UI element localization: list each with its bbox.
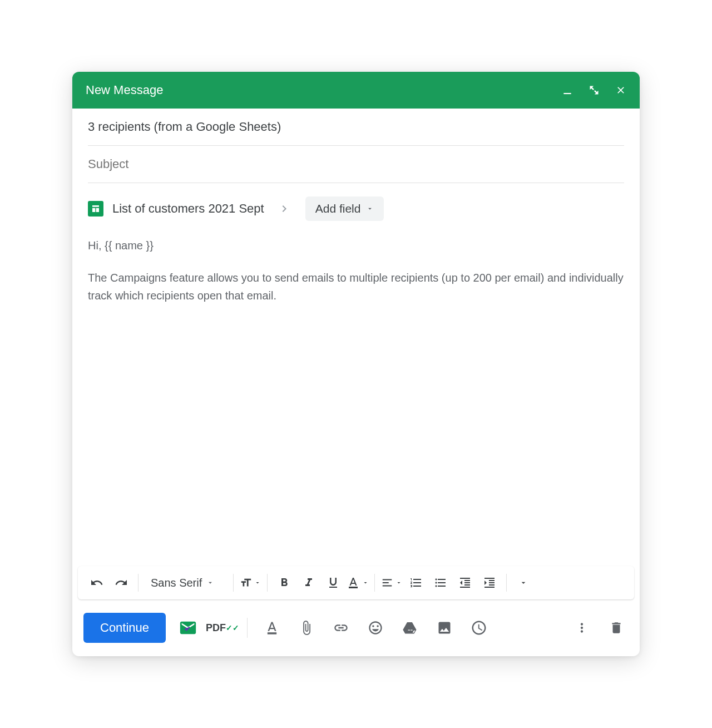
italic-button[interactable] — [298, 572, 320, 594]
bold-button[interactable] — [273, 572, 295, 594]
font-family-label: Sans Serif — [151, 577, 202, 589]
insert-drive-icon[interactable] — [398, 616, 422, 640]
svg-rect-0 — [563, 93, 571, 94]
separator — [138, 574, 139, 592]
insert-link-icon[interactable] — [329, 616, 353, 640]
sheet-name[interactable]: List of customers 2021 Sept — [112, 201, 264, 216]
sheet-source-row: List of customers 2021 Sept Add field — [88, 183, 624, 228]
separator — [374, 574, 375, 592]
schedule-send-icon[interactable] — [467, 616, 491, 640]
caret-down-icon — [254, 579, 261, 586]
header-fields: 3 recipients (from a Google Sheets) List… — [72, 109, 640, 228]
separator — [233, 574, 234, 592]
subject-field[interactable] — [88, 146, 624, 183]
underline-button[interactable] — [322, 572, 344, 594]
font-family-select[interactable]: Sans Serif — [144, 577, 228, 589]
expand-icon[interactable] — [589, 85, 600, 96]
email-body[interactable]: Hi, {{ name }} The Campaigns feature all… — [72, 228, 640, 566]
close-icon[interactable] — [615, 85, 626, 96]
separator — [247, 618, 248, 638]
font-size-button[interactable] — [239, 572, 261, 594]
insert-photo-icon[interactable] — [432, 616, 457, 640]
compose-window: New Message 3 recipients (from a Google … — [72, 72, 640, 656]
google-sheets-icon — [88, 201, 103, 217]
format-toolbar: Sans Serif — [78, 566, 634, 599]
attach-file-icon[interactable] — [294, 616, 319, 640]
text-color-button[interactable] — [347, 572, 369, 594]
window-title: New Message — [86, 83, 562, 97]
align-button[interactable] — [380, 572, 403, 594]
indent-decrease-button[interactable] — [454, 572, 476, 594]
more-formatting-button[interactable] — [512, 572, 535, 594]
chevron-right-icon — [278, 202, 291, 215]
redo-button[interactable] — [110, 572, 132, 594]
caret-down-icon — [395, 579, 402, 586]
insert-emoji-icon[interactable] — [363, 616, 388, 640]
body-greeting: Hi, {{ name }} — [88, 237, 624, 254]
pdf-export-icon[interactable]: PDF ✓✓ — [210, 616, 235, 640]
caret-down-icon — [366, 205, 374, 213]
bulleted-list-button[interactable] — [429, 572, 452, 594]
add-field-button[interactable]: Add field — [305, 196, 384, 221]
separator — [506, 574, 507, 592]
bottom-action-bar: Continue PDF ✓✓ — [72, 599, 640, 656]
numbered-list-button[interactable] — [405, 572, 427, 594]
header-controls — [562, 85, 626, 96]
indent-increase-button[interactable] — [478, 572, 501, 594]
caret-down-icon — [206, 579, 214, 587]
discard-draft-icon[interactable] — [604, 616, 629, 640]
mail-tracking-icon[interactable] — [176, 616, 200, 640]
undo-button[interactable] — [86, 572, 108, 594]
pdf-checks-icon: ✓✓ — [226, 624, 239, 632]
minimize-icon[interactable] — [562, 85, 573, 96]
more-options-icon[interactable] — [570, 616, 594, 640]
add-field-label: Add field — [315, 202, 361, 215]
recipients-field[interactable]: 3 recipients (from a Google Sheets) — [88, 109, 624, 146]
caret-down-icon — [362, 579, 369, 586]
window-header: New Message — [72, 72, 640, 109]
continue-button[interactable]: Continue — [83, 613, 166, 643]
text-format-icon[interactable] — [260, 616, 284, 640]
body-paragraph: The Campaigns feature allows you to send… — [88, 269, 624, 304]
separator — [267, 574, 268, 592]
svg-rect-2 — [268, 632, 276, 634]
pdf-label: PDF — [206, 623, 226, 633]
subject-input[interactable] — [88, 157, 624, 171]
svg-rect-1 — [349, 587, 358, 588]
